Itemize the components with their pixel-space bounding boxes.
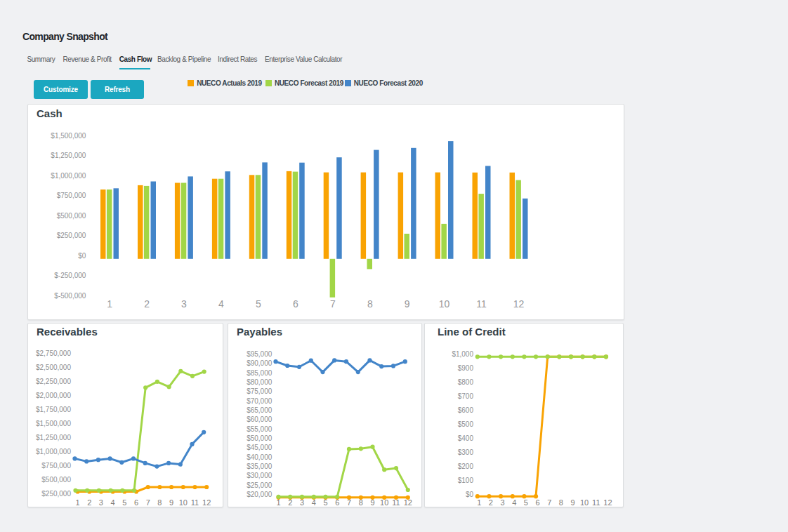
svg-text:5: 5 <box>256 298 261 310</box>
svg-text:$75,000: $75,000 <box>247 387 272 395</box>
svg-text:8: 8 <box>559 498 563 507</box>
svg-text:$60,000: $60,000 <box>247 415 272 423</box>
svg-text:$1,000,000: $1,000,000 <box>51 172 86 180</box>
svg-text:12: 12 <box>603 498 612 507</box>
svg-text:$400: $400 <box>458 434 474 442</box>
svg-text:$70,000: $70,000 <box>247 397 272 405</box>
svg-text:11: 11 <box>592 498 600 507</box>
svg-text:$65,000: $65,000 <box>247 406 272 414</box>
svg-text:1: 1 <box>477 498 481 507</box>
svg-text:$30,000: $30,000 <box>247 472 272 479</box>
svg-text:$20,000: $20,000 <box>247 491 272 498</box>
svg-text:1: 1 <box>75 498 79 507</box>
svg-text:1: 1 <box>276 498 280 507</box>
svg-text:6: 6 <box>535 498 539 507</box>
svg-text:9: 9 <box>169 498 173 507</box>
svg-text:$600: $600 <box>458 406 474 414</box>
svg-text:$40,000: $40,000 <box>247 453 272 461</box>
svg-text:7: 7 <box>347 498 351 507</box>
svg-text:$700: $700 <box>458 392 474 400</box>
svg-text:$100: $100 <box>458 477 474 484</box>
svg-text:$35,000: $35,000 <box>247 463 272 470</box>
svg-text:$2,250,000: $2,250,000 <box>36 378 71 385</box>
svg-text:4: 4 <box>312 498 316 507</box>
svg-text:$750,000: $750,000 <box>41 462 71 470</box>
svg-text:3: 3 <box>501 498 505 507</box>
svg-text:$85,000: $85,000 <box>247 369 272 377</box>
svg-text:$80,000: $80,000 <box>247 378 272 386</box>
svg-text:$800: $800 <box>458 378 474 386</box>
svg-text:6: 6 <box>293 298 298 310</box>
svg-text:$2,000,000: $2,000,000 <box>36 392 71 399</box>
svg-text:$45,000: $45,000 <box>247 444 272 451</box>
svg-text:$1,500,000: $1,500,000 <box>51 132 86 140</box>
svg-text:$500: $500 <box>458 420 474 428</box>
svg-text:$55,000: $55,000 <box>247 425 272 433</box>
svg-text:4: 4 <box>218 298 224 310</box>
svg-text:$1,250,000: $1,250,000 <box>36 434 71 441</box>
svg-text:6: 6 <box>335 498 339 507</box>
svg-text:$1,500,000: $1,500,000 <box>36 420 71 427</box>
svg-text:10: 10 <box>380 498 388 507</box>
svg-text:$300: $300 <box>458 448 474 456</box>
svg-text:4: 4 <box>512 498 516 507</box>
svg-text:$-500,000: $-500,000 <box>54 292 86 300</box>
svg-text:10: 10 <box>439 298 450 310</box>
svg-text:7: 7 <box>146 498 150 507</box>
svg-text:3: 3 <box>181 298 187 310</box>
svg-text:8: 8 <box>367 298 373 310</box>
svg-text:$500,000: $500,000 <box>41 476 71 484</box>
svg-text:9: 9 <box>570 498 574 507</box>
svg-text:$250,000: $250,000 <box>57 232 86 239</box>
svg-text:$25,000: $25,000 <box>247 481 272 489</box>
svg-text:7: 7 <box>547 498 551 507</box>
svg-text:12: 12 <box>404 498 412 507</box>
svg-text:$0: $0 <box>466 491 474 498</box>
svg-text:3: 3 <box>99 498 103 507</box>
svg-text:10: 10 <box>580 498 589 507</box>
svg-text:$2,750,000: $2,750,000 <box>36 350 71 357</box>
svg-text:5: 5 <box>122 498 126 507</box>
svg-text:$90,000: $90,000 <box>247 359 272 367</box>
svg-text:11: 11 <box>476 298 487 310</box>
svg-text:$750,000: $750,000 <box>57 192 86 199</box>
svg-text:11: 11 <box>191 498 199 507</box>
svg-text:$-250,000: $-250,000 <box>54 272 86 279</box>
svg-text:11: 11 <box>392 498 400 507</box>
svg-text:3: 3 <box>300 498 304 507</box>
svg-text:2: 2 <box>288 498 292 507</box>
svg-text:$1,000: $1,000 <box>452 350 473 358</box>
svg-text:8: 8 <box>157 498 162 507</box>
svg-text:4: 4 <box>111 498 115 507</box>
svg-text:2: 2 <box>144 298 150 310</box>
svg-text:$1,000,000: $1,000,000 <box>36 448 71 455</box>
svg-text:$500,000: $500,000 <box>57 212 86 220</box>
svg-text:$1,750,000: $1,750,000 <box>36 406 71 413</box>
svg-text:$95,000: $95,000 <box>247 350 272 358</box>
svg-text:$0: $0 <box>78 252 86 260</box>
svg-text:$1,250,000: $1,250,000 <box>51 152 86 159</box>
svg-text:2: 2 <box>87 498 91 507</box>
svg-text:10: 10 <box>179 498 188 507</box>
svg-text:6: 6 <box>134 498 138 507</box>
svg-text:$900: $900 <box>458 364 474 372</box>
svg-text:8: 8 <box>359 498 363 507</box>
svg-text:$50,000: $50,000 <box>247 434 272 442</box>
svg-text:9: 9 <box>405 298 410 310</box>
svg-text:$200: $200 <box>458 463 474 470</box>
svg-text:1: 1 <box>107 298 112 310</box>
svg-text:2: 2 <box>489 498 493 507</box>
svg-text:12: 12 <box>513 298 525 310</box>
svg-text:5: 5 <box>323 498 327 507</box>
svg-text:5: 5 <box>524 498 528 507</box>
svg-text:$2,500,000: $2,500,000 <box>36 364 71 371</box>
svg-text:9: 9 <box>370 498 374 507</box>
svg-text:$250,000: $250,000 <box>41 490 71 498</box>
svg-text:12: 12 <box>202 498 211 507</box>
svg-text:7: 7 <box>330 298 336 310</box>
